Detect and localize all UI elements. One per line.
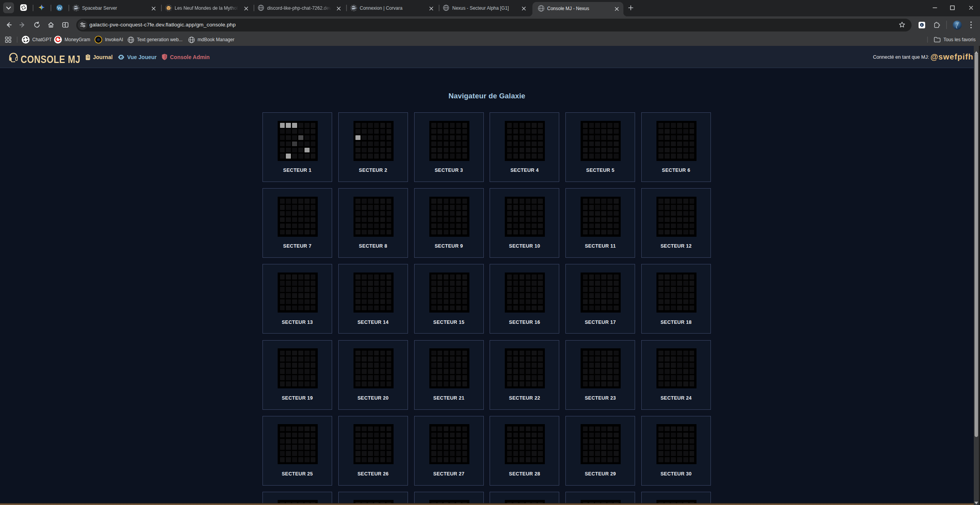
svg-text:W: W: [57, 5, 62, 11]
